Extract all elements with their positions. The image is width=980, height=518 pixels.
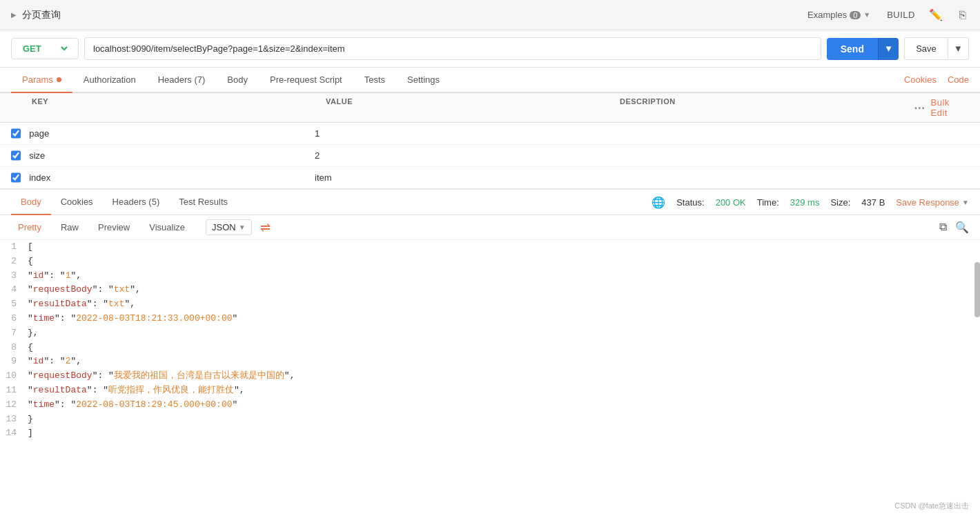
format-label: JSON <box>212 222 236 232</box>
examples-button[interactable]: Examples 0 ▼ <box>802 7 876 23</box>
line-number: 12 <box>0 398 28 412</box>
line-content: "id": "1", <box>28 269 980 283</box>
save-dropdown-button[interactable]: ▼ <box>948 37 969 60</box>
format-selector[interactable]: JSON ▼ <box>206 219 252 235</box>
save-group: Save ▼ <box>904 37 969 60</box>
param-key-cell <box>11 170 312 186</box>
wrap-icon[interactable]: ⇌ <box>260 220 271 235</box>
param-checkbox-index[interactable] <box>11 172 21 183</box>
line-content: { <box>28 255 980 269</box>
param-value-input-page[interactable] <box>312 126 613 141</box>
size-label: Size: <box>830 197 850 208</box>
json-line: 14] <box>0 426 980 441</box>
status-label: Status: <box>676 197 704 208</box>
params-table-header: KEY VALUE DESCRIPTION ⋯ Bulk Edit <box>0 93 980 123</box>
param-desc-input-page[interactable] <box>613 126 914 141</box>
tab-body[interactable]: Body <box>216 68 259 93</box>
bulk-edit-button[interactable]: Bulk Edit <box>931 97 970 118</box>
send-button[interactable]: Send <box>827 38 878 60</box>
more-options-icon[interactable]: ⋯ <box>914 101 925 114</box>
value-column-header: VALUE <box>326 97 620 118</box>
json-line: 8 { <box>0 341 980 355</box>
param-value-cell <box>312 170 613 186</box>
line-number: 6 <box>0 312 28 326</box>
tab-tests[interactable]: Tests <box>353 68 396 93</box>
top-bar-actions: Examples 0 ▼ BUILD ✏️ ⎘ <box>802 6 969 24</box>
format-tab-visualize[interactable]: Visualize <box>142 219 192 235</box>
line-number: 10 <box>0 369 28 383</box>
param-checkbox-size[interactable] <box>11 150 21 161</box>
response-tabs-bar: Body Cookies Headers (5) Test Results 🌐 … <box>0 190 980 215</box>
param-key-input-index[interactable] <box>26 170 312 186</box>
method-selector[interactable]: GET POST PUT DELETE PATCH <box>11 38 79 59</box>
cookies-link[interactable]: Cookies <box>904 74 937 85</box>
response-tab-body[interactable]: Body <box>11 190 51 215</box>
line-content: "resultData": "听党指挥，作风优良，能打胜仗", <box>28 383 980 398</box>
line-number: 5 <box>0 297 28 312</box>
param-value-input-size[interactable] <box>312 148 613 163</box>
param-desc-input-index[interactable] <box>613 170 914 186</box>
line-content: } <box>28 412 980 427</box>
format-right-actions: ⧉ 🔍 <box>939 221 969 234</box>
json-line: 10 "requestBody": "我爱我的祖国，台湾是自古以来就是中国的", <box>0 369 980 383</box>
param-value-input-index[interactable] <box>312 170 613 186</box>
response-tab-headers[interactable]: Headers (5) <box>103 190 170 215</box>
line-content: { <box>28 341 980 355</box>
format-tab-pretty[interactable]: Pretty <box>11 219 48 235</box>
param-checkbox-page[interactable] <box>11 128 21 139</box>
line-number: 4 <box>0 283 28 297</box>
param-desc-cell <box>613 126 914 141</box>
format-chevron-icon: ▼ <box>239 223 246 231</box>
search-icon[interactable]: 🔍 <box>955 221 969 234</box>
json-line: 5 "resultData": "txt", <box>0 297 980 312</box>
tab-headers[interactable]: Headers (7) <box>147 68 217 93</box>
line-number: 13 <box>0 412 28 427</box>
format-tab-raw[interactable]: Raw <box>54 219 86 235</box>
globe-icon: 🌐 <box>651 196 665 209</box>
expand-icon[interactable]: ▶ <box>11 11 17 19</box>
response-tab-cookies[interactable]: Cookies <box>51 190 103 215</box>
line-number: 8 <box>0 341 28 355</box>
params-section: KEY VALUE DESCRIPTION ⋯ Bulk Edit <box>0 93 980 190</box>
line-content: "requestBody": "我爱我的祖国，台湾是自古以来就是中国的", <box>28 369 980 383</box>
json-line: 6 "time": "2022-08-03T18:21:33.000+00:00… <box>0 312 980 326</box>
edit-icon[interactable]: ✏️ <box>926 6 945 24</box>
method-dropdown[interactable]: GET POST PUT DELETE PATCH <box>20 43 70 54</box>
table-row <box>0 123 980 145</box>
tabs-right-actions: Cookies Code <box>904 74 969 85</box>
watermark: CSDN @fate急速出击 <box>894 501 969 511</box>
param-desc-input-size[interactable] <box>613 148 914 163</box>
scrollbar-thumb[interactable] <box>974 262 980 317</box>
table-row <box>0 167 980 189</box>
json-line: 4 "requestBody": "txt", <box>0 283 980 297</box>
tab-params[interactable]: Params <box>11 68 72 93</box>
url-input[interactable] <box>84 37 821 60</box>
actions-column-header: ⋯ Bulk Edit <box>914 97 969 118</box>
tab-settings[interactable]: Settings <box>396 68 451 93</box>
param-key-input-size[interactable] <box>26 148 312 163</box>
code-link[interactable]: Code <box>948 74 969 85</box>
format-tab-preview[interactable]: Preview <box>91 219 137 235</box>
tab-authorization[interactable]: Authorization <box>72 68 147 93</box>
line-number: 3 <box>0 269 28 283</box>
build-button[interactable]: BUILD <box>887 10 915 20</box>
save-response-chevron-icon: ▼ <box>962 199 969 206</box>
json-viewer: 1[2 {3 "id": "1",4 "requestBody": "txt",… <box>0 240 980 517</box>
tab-pre-request[interactable]: Pre-request Script <box>259 68 353 93</box>
save-button[interactable]: Save <box>904 37 948 60</box>
share-icon[interactable]: ⎘ <box>957 6 969 24</box>
param-key-input-page[interactable] <box>26 126 312 141</box>
send-dropdown-button[interactable]: ▼ <box>878 38 899 60</box>
copy-icon[interactable]: ⧉ <box>939 221 947 234</box>
param-key-cell <box>11 126 312 141</box>
param-key-cell <box>11 148 312 163</box>
json-line: 2 { <box>0 255 980 269</box>
save-response-button[interactable]: Save Response ▼ <box>896 197 969 208</box>
line-number: 14 <box>0 426 28 441</box>
line-content: }, <box>28 326 980 341</box>
response-tab-test-results[interactable]: Test Results <box>169 190 237 215</box>
json-line: 13 } <box>0 412 980 427</box>
examples-label: Examples <box>807 10 847 20</box>
size-value: 437 B <box>861 197 885 208</box>
line-content: "requestBody": "txt", <box>28 283 980 297</box>
